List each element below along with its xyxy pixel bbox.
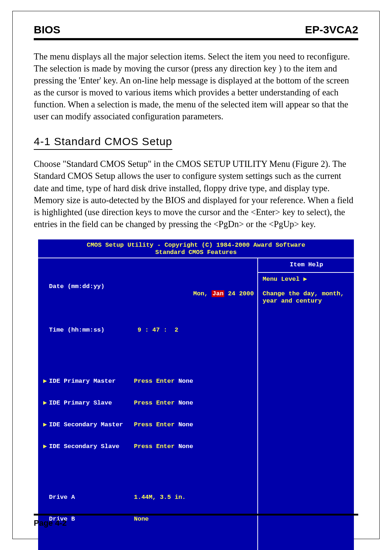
time-value: 9 : 47 : 2 bbox=[134, 327, 178, 334]
bios-date-row[interactable]: Date (mm:dd:yy) Mon, Jan 24 2000 bbox=[43, 283, 254, 305]
bios-ide-row[interactable]: ▶IDE Secondary Master Press Enter None bbox=[43, 421, 254, 428]
bios-title-line1: CMOS Setup Utility - Copyright (C) 1984-… bbox=[38, 242, 354, 249]
bios-ide-row[interactable]: ▶IDE Primary Slave Press Enter None bbox=[43, 399, 254, 407]
ide-label: IDE Primary Master bbox=[49, 378, 116, 385]
drive-a-value: 1.44M, 3.5 in. bbox=[134, 494, 186, 501]
ide-label: IDE Secondary Slave bbox=[49, 443, 119, 450]
header-left: BIOS bbox=[34, 24, 60, 36]
bios-drive-a-row[interactable]: Drive A 1.44M, 3.5 in. bbox=[43, 494, 254, 501]
intro-paragraph: The menu displays all the major selectio… bbox=[34, 50, 358, 122]
bios-help-divider bbox=[258, 272, 354, 273]
section-paragraph: Choose "Standard CMOS Setup" in the CMOS… bbox=[34, 158, 358, 230]
bios-help-menu-level: Menu Level ▶ bbox=[262, 276, 350, 283]
ide-label: IDE Secondary Master bbox=[49, 421, 123, 428]
drive-a-label: Drive A bbox=[49, 494, 75, 501]
bios-screenshot: CMOS Setup Utility - Copyright (C) 1984-… bbox=[38, 239, 354, 550]
bios-help-text-line2: year and century bbox=[262, 297, 350, 305]
footer-rule bbox=[34, 514, 358, 516]
bios-title-line2: Standard CMOS Features bbox=[38, 249, 354, 256]
bios-body: Date (mm:dd:yy) Mon, Jan 24 2000 Time (h… bbox=[38, 258, 354, 550]
bios-help-text-line1: Change the day, month, bbox=[262, 290, 350, 297]
date-prefix: Mon, bbox=[193, 290, 212, 297]
date-suffix: 24 2000 bbox=[224, 290, 254, 297]
page-header: BIOS EP-3VCA2 bbox=[34, 24, 358, 36]
time-label: Time (hh:mm:ss) bbox=[49, 327, 105, 333]
page-outer: BIOS EP-3VCA2 The menu displays all the … bbox=[0, 0, 392, 550]
bios-help-title: Item Help bbox=[262, 261, 350, 268]
page-footer: Page 4-2 bbox=[34, 514, 358, 528]
bios-ide-row[interactable]: ▶IDE Primary Master Press Enter None bbox=[43, 378, 254, 385]
date-label: Date (mm:dd:yy) bbox=[49, 283, 105, 290]
page-number: Page 4-2 bbox=[34, 518, 358, 528]
page-inner: BIOS EP-3VCA2 The menu displays all the … bbox=[12, 11, 380, 539]
bios-help-panel: Item Help Menu Level ▶ Change the day, m… bbox=[258, 258, 354, 550]
bios-title: CMOS Setup Utility - Copyright (C) 1984-… bbox=[38, 239, 354, 258]
ide-label: IDE Primary Slave bbox=[49, 399, 112, 406]
bios-ide-row[interactable]: ▶IDE Secondary Slave Press Enter None bbox=[43, 443, 254, 450]
header-rule bbox=[34, 38, 358, 40]
date-highlight[interactable]: Jan bbox=[212, 290, 224, 297]
chevron-right-icon: ▶ bbox=[303, 276, 307, 283]
section-heading: 4-1 Standard CMOS Setup bbox=[34, 135, 172, 150]
header-right: EP-3VCA2 bbox=[305, 24, 358, 36]
bios-left-panel: Date (mm:dd:yy) Mon, Jan 24 2000 Time (h… bbox=[38, 258, 258, 550]
bios-time-row[interactable]: Time (hh:mm:ss) 9 : 47 : 2 bbox=[43, 327, 254, 334]
